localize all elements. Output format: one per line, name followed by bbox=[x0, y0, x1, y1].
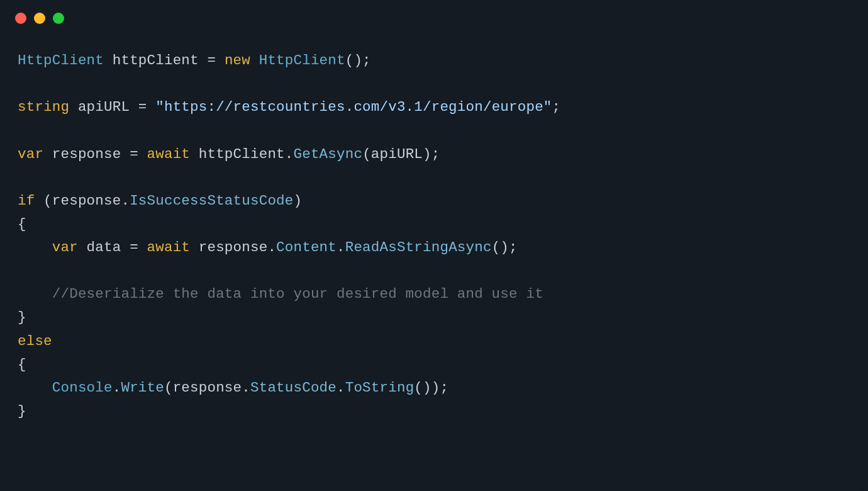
code-comment: //Deserialize the data into your desired… bbox=[52, 286, 543, 302]
code-token: HttpClient bbox=[18, 52, 104, 69]
code-token: if bbox=[18, 193, 35, 209]
code-token: (response. bbox=[35, 193, 130, 209]
code-token: Console bbox=[52, 380, 113, 396]
code-indent bbox=[18, 286, 52, 302]
code-token: (); bbox=[492, 239, 518, 256]
code-token: ) bbox=[293, 193, 302, 209]
code-token: = bbox=[207, 52, 216, 69]
code-token: (); bbox=[345, 52, 371, 69]
code-token bbox=[250, 52, 259, 69]
code-token: StatusCode bbox=[250, 380, 337, 396]
code-token bbox=[147, 99, 156, 115]
code-token bbox=[216, 52, 225, 69]
code-token: string bbox=[18, 99, 69, 115]
code-token: Write bbox=[121, 380, 164, 396]
close-icon[interactable] bbox=[15, 13, 26, 24]
code-token: = bbox=[130, 146, 138, 162]
code-token: ()); bbox=[414, 380, 448, 396]
code-token: GetAsync bbox=[294, 146, 363, 162]
code-token: { bbox=[18, 216, 26, 232]
code-token: data bbox=[78, 239, 130, 256]
minimize-icon[interactable] bbox=[34, 13, 45, 24]
code-token: = bbox=[130, 239, 138, 256]
code-indent bbox=[18, 239, 52, 256]
code-token: apiURL bbox=[69, 99, 138, 115]
code-token: Content bbox=[276, 239, 337, 256]
window-titlebar bbox=[0, 0, 868, 30]
code-token: ToString bbox=[345, 380, 415, 396]
code-token: . bbox=[337, 380, 345, 396]
code-token: = bbox=[138, 99, 147, 115]
code-token: IsSuccessStatusCode bbox=[130, 193, 293, 209]
code-token: ReadAsStringAsync bbox=[345, 239, 492, 256]
code-token: httpClient bbox=[104, 52, 207, 69]
code-token: new bbox=[225, 52, 250, 69]
code-content: HttpClient httpClient = new HttpClient()… bbox=[0, 30, 868, 442]
code-token: var bbox=[52, 239, 78, 256]
code-token: . bbox=[113, 380, 121, 396]
code-indent bbox=[18, 380, 52, 396]
code-token: httpClient. bbox=[190, 146, 293, 162]
code-token bbox=[138, 239, 147, 256]
code-token: (apiURL); bbox=[362, 146, 440, 162]
code-token: var bbox=[18, 146, 43, 162]
code-token: response bbox=[43, 146, 130, 162]
code-token: else bbox=[18, 333, 52, 349]
maximize-icon[interactable] bbox=[53, 13, 64, 24]
code-token: } bbox=[18, 309, 26, 325]
code-token: } bbox=[18, 403, 26, 419]
code-token: ; bbox=[552, 99, 561, 115]
code-token: HttpClient bbox=[259, 52, 345, 69]
code-token: { bbox=[18, 356, 26, 373]
code-token: . bbox=[337, 239, 345, 256]
code-token: await bbox=[147, 146, 191, 162]
code-token: response. bbox=[190, 239, 276, 256]
code-token: "https://restcountries.com/v3.1/region/e… bbox=[155, 99, 552, 115]
code-token bbox=[138, 146, 147, 162]
code-token: await bbox=[147, 239, 191, 256]
code-window: HttpClient httpClient = new HttpClient()… bbox=[0, 0, 868, 491]
code-token: (response. bbox=[164, 380, 250, 396]
